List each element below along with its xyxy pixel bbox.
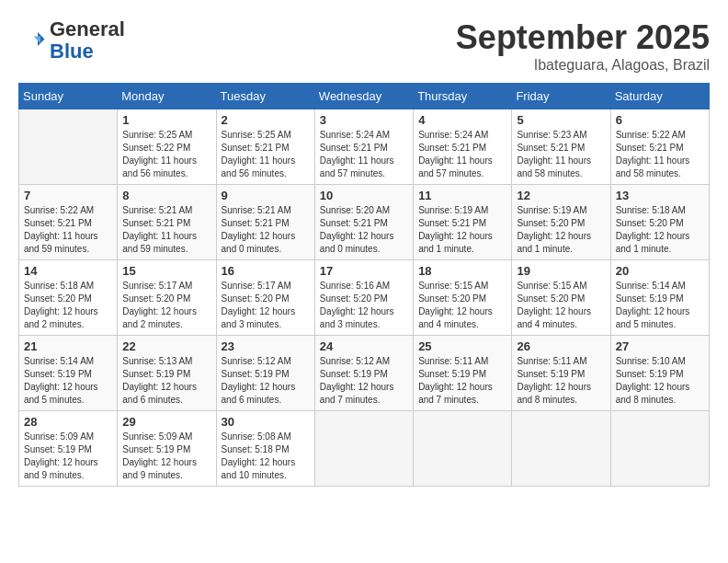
weekday-friday: Friday bbox=[512, 84, 610, 109]
weekday-monday: Monday bbox=[118, 84, 216, 109]
day-number: 27 bbox=[616, 339, 704, 353]
day-number: 12 bbox=[517, 189, 605, 202]
day-number: 7 bbox=[24, 189, 112, 202]
day-number: 30 bbox=[222, 415, 310, 429]
calendar-cell: 21 Sunrise: 5:14 AMSunset: 5:19 PMDaylig… bbox=[19, 336, 118, 411]
day-info: Sunrise: 5:21 AMSunset: 5:21 PMDaylight:… bbox=[122, 205, 197, 254]
week-row-2: 7 Sunrise: 5:22 AMSunset: 5:21 PMDayligh… bbox=[19, 185, 710, 260]
weekday-wednesday: Wednesday bbox=[314, 84, 413, 109]
day-number: 6 bbox=[616, 113, 704, 127]
day-number: 20 bbox=[616, 264, 704, 278]
week-row-4: 21 Sunrise: 5:14 AMSunset: 5:19 PMDaylig… bbox=[19, 336, 710, 411]
weekday-thursday: Thursday bbox=[414, 84, 512, 109]
calendar-cell: 20 Sunrise: 5:14 AMSunset: 5:19 PMDaylig… bbox=[610, 260, 709, 336]
day-info: Sunrise: 5:16 AMSunset: 5:20 PMDaylight:… bbox=[320, 281, 394, 329]
calendar-cell: 6 Sunrise: 5:22 AMSunset: 5:21 PMDayligh… bbox=[610, 109, 709, 185]
day-info: Sunrise: 5:17 AMSunset: 5:20 PMDaylight:… bbox=[122, 281, 197, 329]
day-info: Sunrise: 5:11 AMSunset: 5:19 PMDaylight:… bbox=[418, 356, 493, 405]
calendar-cell: 11 Sunrise: 5:19 AMSunset: 5:21 PMDaylig… bbox=[414, 185, 512, 260]
weekday-header-row: SundayMondayTuesdayWednesdayThursdayFrid… bbox=[19, 84, 710, 109]
weekday-saturday: Saturday bbox=[610, 84, 709, 109]
calendar-cell bbox=[414, 411, 512, 487]
calendar-cell: 25 Sunrise: 5:11 AMSunset: 5:19 PMDaylig… bbox=[414, 336, 512, 411]
day-info: Sunrise: 5:18 AMSunset: 5:20 PMDaylight:… bbox=[616, 205, 690, 254]
calendar-cell: 13 Sunrise: 5:18 AMSunset: 5:20 PMDaylig… bbox=[610, 185, 709, 260]
day-info: Sunrise: 5:19 AMSunset: 5:21 PMDaylight:… bbox=[418, 205, 493, 254]
calendar-cell: 15 Sunrise: 5:17 AMSunset: 5:20 PMDaylig… bbox=[118, 260, 216, 336]
svg-marker-1 bbox=[34, 37, 41, 44]
calendar-cell bbox=[314, 411, 413, 487]
calendar-cell: 3 Sunrise: 5:24 AMSunset: 5:21 PMDayligh… bbox=[314, 109, 413, 185]
day-info: Sunrise: 5:11 AMSunset: 5:19 PMDaylight:… bbox=[517, 356, 591, 405]
day-number: 8 bbox=[122, 189, 210, 202]
logo-text: GeneralBlue bbox=[50, 18, 125, 63]
day-info: Sunrise: 5:14 AMSunset: 5:19 PMDaylight:… bbox=[24, 356, 98, 405]
day-number: 28 bbox=[24, 415, 112, 429]
calendar-cell: 28 Sunrise: 5:09 AMSunset: 5:19 PMDaylig… bbox=[19, 411, 118, 487]
location-subtitle: Ibateguara, Alagoas, Brazil bbox=[456, 57, 710, 74]
calendar-table: SundayMondayTuesdayWednesdayThursdayFrid… bbox=[18, 83, 710, 487]
week-row-3: 14 Sunrise: 5:18 AMSunset: 5:20 PMDaylig… bbox=[19, 260, 710, 336]
day-info: Sunrise: 5:08 AMSunset: 5:18 PMDaylight:… bbox=[222, 431, 296, 480]
calendar-cell: 1 Sunrise: 5:25 AMSunset: 5:22 PMDayligh… bbox=[118, 109, 216, 185]
day-info: Sunrise: 5:24 AMSunset: 5:21 PMDaylight:… bbox=[320, 130, 394, 178]
day-number: 2 bbox=[222, 113, 310, 127]
calendar-cell bbox=[19, 109, 118, 185]
day-info: Sunrise: 5:12 AMSunset: 5:19 PMDaylight:… bbox=[320, 356, 394, 405]
day-info: Sunrise: 5:22 AMSunset: 5:21 PMDaylight:… bbox=[24, 205, 98, 254]
day-info: Sunrise: 5:17 AMSunset: 5:20 PMDaylight:… bbox=[222, 281, 296, 329]
weekday-tuesday: Tuesday bbox=[216, 84, 314, 109]
day-number: 21 bbox=[24, 339, 112, 353]
day-number: 16 bbox=[222, 264, 310, 278]
day-number: 29 bbox=[122, 415, 210, 429]
title-block: September 2025 Ibateguara, Alagoas, Braz… bbox=[456, 18, 710, 74]
calendar-cell bbox=[610, 411, 709, 487]
day-number: 5 bbox=[517, 113, 605, 127]
calendar-cell: 30 Sunrise: 5:08 AMSunset: 5:18 PMDaylig… bbox=[216, 411, 314, 487]
calendar-cell: 19 Sunrise: 5:15 AMSunset: 5:20 PMDaylig… bbox=[512, 260, 610, 336]
calendar-cell: 2 Sunrise: 5:25 AMSunset: 5:21 PMDayligh… bbox=[216, 109, 314, 185]
logo-icon bbox=[18, 27, 46, 54]
day-info: Sunrise: 5:09 AMSunset: 5:19 PMDaylight:… bbox=[122, 431, 197, 480]
month-title: September 2025 bbox=[456, 18, 710, 57]
calendar-cell: 24 Sunrise: 5:12 AMSunset: 5:19 PMDaylig… bbox=[314, 336, 413, 411]
day-number: 9 bbox=[222, 189, 310, 202]
calendar-cell: 18 Sunrise: 5:15 AMSunset: 5:20 PMDaylig… bbox=[414, 260, 512, 336]
calendar-cell: 14 Sunrise: 5:18 AMSunset: 5:20 PMDaylig… bbox=[19, 260, 118, 336]
calendar-cell: 10 Sunrise: 5:20 AMSunset: 5:21 PMDaylig… bbox=[314, 185, 413, 260]
day-info: Sunrise: 5:20 AMSunset: 5:21 PMDaylight:… bbox=[320, 205, 394, 254]
day-info: Sunrise: 5:21 AMSunset: 5:21 PMDaylight:… bbox=[222, 205, 296, 254]
day-info: Sunrise: 5:13 AMSunset: 5:19 PMDaylight:… bbox=[122, 356, 197, 405]
day-number: 26 bbox=[517, 339, 605, 353]
day-number: 10 bbox=[320, 189, 408, 202]
day-number: 13 bbox=[616, 189, 704, 202]
calendar-cell: 12 Sunrise: 5:19 AMSunset: 5:20 PMDaylig… bbox=[512, 185, 610, 260]
calendar-cell: 23 Sunrise: 5:12 AMSunset: 5:19 PMDaylig… bbox=[216, 336, 314, 411]
day-number: 17 bbox=[320, 264, 408, 278]
calendar-cell: 7 Sunrise: 5:22 AMSunset: 5:21 PMDayligh… bbox=[19, 185, 118, 260]
day-number: 18 bbox=[418, 264, 506, 278]
page-header: GeneralBlue September 2025 Ibateguara, A… bbox=[18, 18, 710, 74]
day-info: Sunrise: 5:19 AMSunset: 5:20 PMDaylight:… bbox=[517, 205, 591, 254]
day-info: Sunrise: 5:23 AMSunset: 5:21 PMDaylight:… bbox=[517, 130, 591, 178]
calendar-cell: 5 Sunrise: 5:23 AMSunset: 5:21 PMDayligh… bbox=[512, 109, 610, 185]
day-info: Sunrise: 5:18 AMSunset: 5:20 PMDaylight:… bbox=[24, 281, 98, 329]
day-info: Sunrise: 5:22 AMSunset: 5:21 PMDaylight:… bbox=[616, 130, 690, 178]
day-number: 25 bbox=[418, 339, 506, 353]
calendar-cell: 29 Sunrise: 5:09 AMSunset: 5:19 PMDaylig… bbox=[118, 411, 216, 487]
calendar-cell: 4 Sunrise: 5:24 AMSunset: 5:21 PMDayligh… bbox=[414, 109, 512, 185]
day-number: 1 bbox=[122, 113, 210, 127]
calendar-cell: 22 Sunrise: 5:13 AMSunset: 5:19 PMDaylig… bbox=[118, 336, 216, 411]
day-number: 24 bbox=[320, 339, 408, 353]
day-info: Sunrise: 5:10 AMSunset: 5:19 PMDaylight:… bbox=[616, 356, 690, 405]
day-info: Sunrise: 5:25 AMSunset: 5:21 PMDaylight:… bbox=[222, 130, 296, 178]
day-number: 14 bbox=[24, 264, 112, 278]
week-row-5: 28 Sunrise: 5:09 AMSunset: 5:19 PMDaylig… bbox=[19, 411, 710, 487]
day-number: 15 bbox=[122, 264, 210, 278]
day-number: 22 bbox=[122, 339, 210, 353]
calendar-cell: 8 Sunrise: 5:21 AMSunset: 5:21 PMDayligh… bbox=[118, 185, 216, 260]
day-info: Sunrise: 5:12 AMSunset: 5:19 PMDaylight:… bbox=[222, 356, 296, 405]
day-number: 4 bbox=[418, 113, 506, 127]
day-info: Sunrise: 5:25 AMSunset: 5:22 PMDaylight:… bbox=[122, 130, 197, 178]
calendar-cell: 17 Sunrise: 5:16 AMSunset: 5:20 PMDaylig… bbox=[314, 260, 413, 336]
